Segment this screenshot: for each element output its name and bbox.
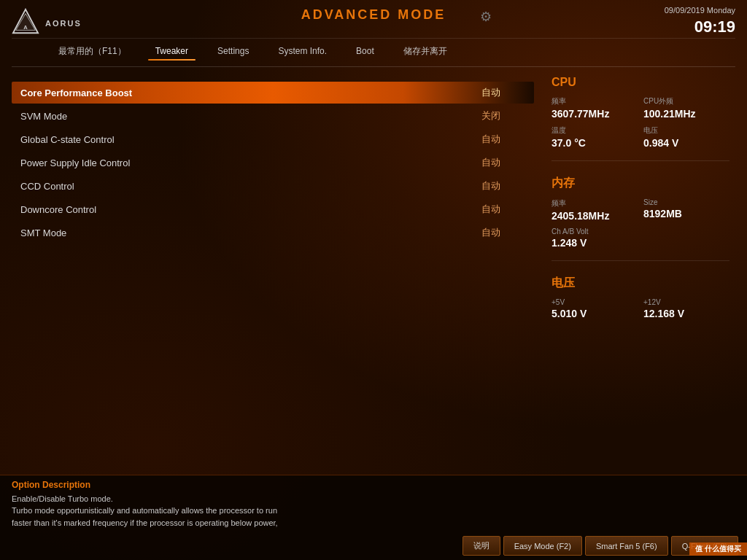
cpu-info-section: CPU 频率 3607.77MHz CPU外频 100.21MHz 温度 37.… — [551, 76, 729, 161]
settings-gear-icon[interactable]: ⚙ — [480, 9, 492, 25]
mem-section-title: 内存 — [551, 176, 729, 191]
date-display: 09/09/2019 Monday — [665, 5, 735, 16]
cpu-ext-freq-item: CPU外频 100.21MHz — [643, 96, 729, 120]
setting-row-smt-mode[interactable]: SMT Mode 自动 — [12, 222, 534, 244]
mem-info-section: 内存 频率 2405.18MHz Size 8192MB Ch A/B Volt… — [551, 176, 729, 261]
option-desc-title: Option Description — [12, 480, 735, 490]
easy-mode-button[interactable]: Easy Mode (F2) — [503, 536, 582, 556]
page-title-area: ADVANCED MODE — [301, 7, 446, 23]
mem-volt-item: Ch A/B Volt 1.248 V — [551, 228, 729, 249]
logo-text: AORUS — [45, 19, 82, 28]
footer-buttons: 说明 Easy Mode (F2) Smart Fan 5 (F6) Q-Fla… — [0, 532, 747, 560]
cpu-volt-item: 电压 0.984 V — [643, 125, 729, 149]
v12-item: +12V 12.168 V — [643, 298, 729, 319]
footer: Option Description Enable/Disable Turbo … — [0, 475, 747, 561]
svg-text:A: A — [23, 24, 28, 31]
cpu-temp-item: 温度 37.0 °C — [551, 125, 638, 149]
mem-freq-item: 频率 2405.18MHz — [551, 198, 638, 222]
cpu-section-title: CPU — [551, 76, 729, 89]
setting-row-ccd-control[interactable]: CCD Control 自动 — [12, 175, 534, 197]
watermark: 值 什么值得买 — [689, 542, 747, 556]
volt-section-title: 电压 — [551, 276, 729, 291]
nav-item-boot[interactable]: Boot — [341, 42, 389, 61]
nav-item-settings[interactable]: Settings — [203, 42, 263, 61]
setting-row-global-cstate[interactable]: Global C-state Control 自动 — [12, 128, 534, 150]
mem-size-item: Size 8192MB — [643, 198, 729, 222]
smart-fan-button[interactable]: Smart Fan 5 (F6) — [585, 536, 668, 556]
setting-row-power-supply-idle[interactable]: Power Supply Idle Control 自动 — [12, 152, 534, 174]
setting-row-svm-mode[interactable]: SVM Mode 关闭 — [12, 105, 534, 127]
info-panel: CPU 频率 3607.77MHz CPU外频 100.21MHz 温度 37.… — [546, 76, 735, 464]
v5-item: +5V 5.010 V — [551, 298, 638, 319]
nav-item-sysinfo[interactable]: System Info. — [263, 42, 341, 61]
nav-bar: 最常用的（F11） Tweaker Settings System Info. … — [0, 39, 747, 63]
volt-info-section: 电压 +5V 5.010 V +12V 12.168 V — [551, 276, 729, 331]
shuoming-button[interactable]: 说明 — [462, 536, 500, 556]
option-description-area: Option Description Enable/Disable Turbo … — [0, 475, 747, 532]
nav-item-tweaker[interactable]: Tweaker — [141, 42, 203, 61]
setting-row-core-perf-boost[interactable]: Core Performance Boost 自动 — [12, 82, 534, 104]
nav-item-save[interactable]: 储存并离开 — [389, 41, 462, 62]
datetime-area: 09/09/2019 Monday 09:19 — [665, 5, 735, 39]
settings-panel: Core Performance Boost 自动 SVM Mode 关闭 Gl… — [12, 76, 534, 464]
page-title: ADVANCED MODE — [301, 7, 446, 23]
aorus-logo-icon: A — [12, 8, 39, 36]
setting-row-downcore-control[interactable]: Downcore Control 自动 — [12, 198, 534, 220]
nav-item-favorites[interactable]: 最常用的（F11） — [44, 41, 141, 62]
option-desc-text: Enable/Disable Turbo mode.Turbo mode opp… — [12, 493, 735, 529]
cpu-freq-item: 频率 3607.77MHz — [551, 96, 638, 120]
time-display: 09:19 — [665, 16, 735, 39]
logo-area: A AORUS — [12, 8, 82, 36]
